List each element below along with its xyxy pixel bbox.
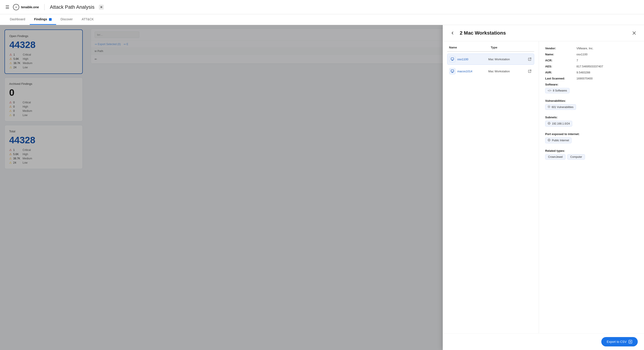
item-name-col-2: macos1014 (449, 68, 488, 74)
item-type-2: Mac Workstation (488, 70, 528, 73)
nav-tabs: Dashboard Findings Discover ATT&CK (0, 14, 644, 25)
list-item-osx1100[interactable]: osx1100 Mac Workstation (447, 54, 534, 65)
logo-area: ● tenable.one (13, 4, 39, 10)
svg-rect-1 (451, 70, 454, 72)
detail-acr-row: ACR: 7 (545, 59, 638, 62)
detail-vendor-row: Vendor: VMware, Inc. (545, 47, 638, 50)
software-badge[interactable]: </> 8 Softwares (545, 88, 570, 93)
chip-crownjewel[interactable]: CrownJewel (545, 154, 566, 160)
subnets-badge-text: 192.168.1.0/24 (552, 122, 570, 125)
software-label: Software: (545, 83, 638, 86)
item-name-text-1[interactable]: osx1100 (457, 58, 468, 61)
list-header-type: Type (491, 46, 533, 49)
modal-back-button[interactable] (449, 29, 456, 37)
chip-computer[interactable]: Computer (567, 154, 585, 160)
acr-label: ACR: (545, 59, 576, 62)
modal-list-items: osx1100 Mac Workstation (447, 54, 534, 77)
tab-findings[interactable]: Findings (30, 14, 56, 25)
software-badge-text: 8 Softwares (553, 89, 567, 92)
modal-detail-section: Vendor: VMware, Inc. Name: osx1100 ACR: … (539, 41, 644, 333)
modal-title: 2 Mac Workstations (460, 30, 627, 36)
header: ☰ ● tenable.one Attack Path Analysis ⊞ (0, 0, 644, 14)
menu-icon[interactable]: ☰ (5, 4, 10, 10)
findings-tab-icon (49, 18, 52, 21)
subnets-badge[interactable]: 192.168.1.0/24 (545, 121, 572, 127)
related-types-label: Related types: (545, 149, 638, 153)
main-content: Open Findings 44328 ⚠ 1 Critical ⚠ 5.6K … (0, 25, 644, 350)
vulnerabilities-label: Vulnerabilities: (545, 99, 638, 102)
port-internet-badge[interactable]: Public Internet (545, 138, 572, 143)
port-internet-label: Port exposed to internet: (545, 132, 638, 136)
acr-value: 7 (576, 59, 638, 62)
svg-rect-0 (451, 58, 454, 60)
subnets-section: Subnets: 192.168.1.0/24 (545, 116, 638, 129)
modal-list-section: Name Type osx1100 (443, 41, 539, 333)
tab-discover[interactable]: Discover (56, 14, 77, 25)
svg-point-3 (548, 106, 550, 107)
logo-icon: ● (13, 4, 19, 10)
export-csv-label: Export to CSV (607, 340, 626, 344)
item-name-col-1: osx1100 (449, 56, 488, 62)
detail-aes-row: AES: 817.5469503337407 (545, 65, 638, 68)
globe-icon (548, 139, 550, 142)
aes-value: 817.5469503337407 (576, 65, 638, 68)
avr-value: 9.5483288 (576, 71, 638, 74)
related-types-section: Related types: CrownJewel Computer (545, 149, 638, 160)
subnets-label: Subnets: (545, 116, 638, 119)
item-type-1: Mac Workstation (488, 58, 528, 61)
software-section: Software: </> 8 Softwares (545, 83, 638, 96)
modal-header: 2 Mac Workstations (443, 25, 644, 41)
item-computer-icon-1 (449, 56, 456, 62)
external-link-icon-2[interactable] (527, 69, 532, 74)
vuln-icon (548, 105, 550, 109)
external-link-icon-1[interactable] (527, 57, 532, 62)
modal-footer: Export to CSV (443, 333, 644, 350)
related-types-chips: CrownJewel Computer (545, 154, 638, 160)
detail-avr-row: AVR: 9.5483288 (545, 71, 638, 74)
detail-last-scanned-row: Last Scanned: 1690070400 (545, 77, 638, 80)
vulnerabilities-section: Vulnerabilities: 601 Vulnerabilities (545, 99, 638, 113)
list-item-macos1014[interactable]: macos1014 Mac Workstation (447, 66, 534, 77)
title-info-icon[interactable]: ⊞ (99, 5, 104, 9)
list-header-name: Name (449, 46, 491, 49)
last-scanned-label: Last Scanned: (545, 77, 576, 80)
logo-text: tenable.one (21, 5, 39, 9)
vulnerabilities-badge-text: 601 Vulnerabilities (552, 106, 574, 109)
item-computer-icon-2 (449, 68, 456, 74)
modal-list-header: Name Type (447, 46, 534, 52)
aes-label: AES: (545, 65, 576, 68)
name-value: osx1100 (576, 53, 638, 56)
vulnerabilities-badge[interactable]: 601 Vulnerabilities (545, 104, 576, 110)
modal-panel: 2 Mac Workstations Name Type (443, 25, 644, 350)
export-csv-button[interactable]: Export to CSV (601, 337, 638, 347)
last-scanned-value: 1690070400 (576, 77, 638, 80)
subnet-icon (548, 122, 550, 126)
export-csv-icon (628, 340, 632, 344)
tab-dashboard[interactable]: Dashboard (5, 14, 30, 25)
header-divider (44, 4, 44, 10)
vendor-label: Vendor: (545, 47, 576, 50)
modal-body: Name Type osx1100 (443, 41, 644, 333)
tab-attck[interactable]: ATT&CK (77, 14, 98, 25)
port-internet-section: Port exposed to internet: Public Interne… (545, 132, 638, 146)
page-title: Attack Path Analysis (50, 4, 94, 10)
item-name-text-2[interactable]: macos1014 (457, 70, 472, 73)
name-label: Name: (545, 53, 576, 56)
modal-close-button[interactable] (630, 29, 638, 37)
detail-name-row: Name: osx1100 (545, 53, 638, 56)
vendor-value: VMware, Inc. (576, 47, 638, 50)
code-icon: </> (548, 89, 552, 92)
port-internet-badge-text: Public Internet (552, 139, 569, 142)
avr-label: AVR: (545, 71, 576, 74)
